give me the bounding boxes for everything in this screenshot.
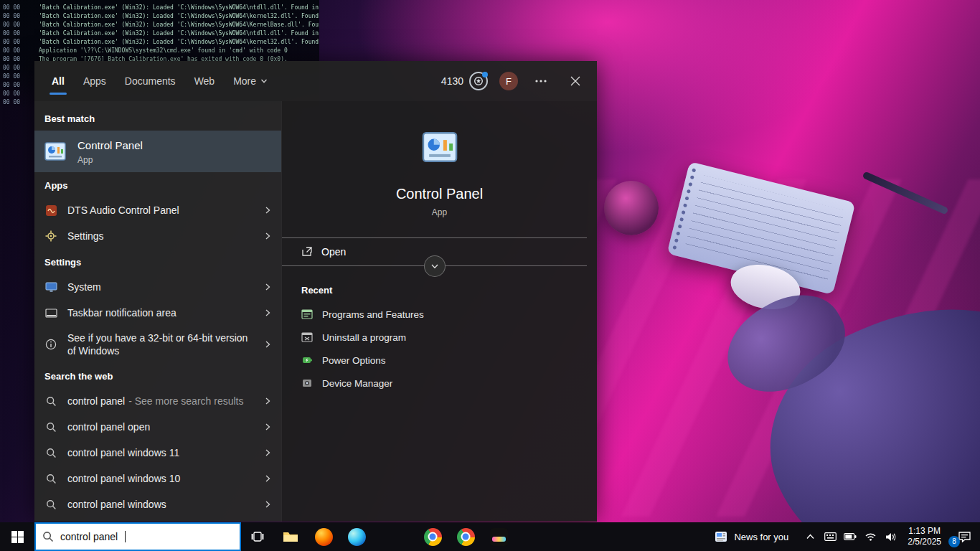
web-suggestion-control-panel-windows[interactable]: control panel windows xyxy=(34,491,281,517)
search-query-text: control panel xyxy=(60,531,118,542)
preview-divider xyxy=(282,265,587,266)
recent-label: Uninstall a program xyxy=(322,332,406,343)
tab-apps[interactable]: Apps xyxy=(83,61,106,101)
search-icon xyxy=(44,395,57,408)
chevron-right-icon[interactable] xyxy=(264,232,273,240)
taskbar: control panel xyxy=(0,522,980,551)
search-icon xyxy=(44,472,57,485)
date-text: 2/5/2025 xyxy=(908,537,941,547)
touch-keyboard-icon[interactable] xyxy=(820,522,840,551)
tab-label: All xyxy=(52,75,65,87)
web-suggestion-control-panel[interactable]: control panel- See more search results xyxy=(34,388,281,414)
tab-all[interactable]: All xyxy=(52,61,65,101)
search-icon xyxy=(44,420,57,433)
browser-firefox-button[interactable] xyxy=(307,522,340,551)
tab-label: Documents xyxy=(125,75,176,87)
avatar-letter: F xyxy=(506,76,512,87)
code-line: 'Batch Calibration.exe' (Win32): Loaded … xyxy=(39,38,315,47)
chevron-right-icon[interactable] xyxy=(264,448,273,457)
clock[interactable]: 1:13 PM 2/5/2025 xyxy=(900,526,948,547)
edge-icon xyxy=(348,528,366,546)
code-line: Application '\??\C:\WINDOWS\system32\cmd… xyxy=(39,47,315,55)
action-center-button[interactable]: 8 xyxy=(948,532,980,542)
task-view-button[interactable] xyxy=(241,522,274,551)
web-suggestion-control-panel-windows-10[interactable]: control panel windows 10 xyxy=(34,466,281,491)
media-app-button[interactable] xyxy=(482,522,515,551)
chevron-right-icon[interactable] xyxy=(264,309,273,317)
show-hidden-icons-button[interactable] xyxy=(800,522,820,551)
taskbar-center-icons xyxy=(416,522,515,551)
search-tabs-row: All Apps Documents Web More 4130 xyxy=(34,61,597,101)
chevron-right-icon[interactable] xyxy=(264,206,273,215)
open-label: Open xyxy=(321,246,346,258)
uninstall-program-icon xyxy=(301,331,313,343)
options-ellipsis-icon[interactable] xyxy=(529,70,552,93)
result-label: control panel windows 10 xyxy=(67,472,254,485)
recent-uninstall-a-program[interactable]: Uninstall a program xyxy=(301,326,597,349)
result-32-64-bit-windows[interactable]: See if you have a 32-bit or 64-bit versi… xyxy=(34,326,281,363)
recent-power-options[interactable]: Power Options xyxy=(301,349,597,372)
chrome-icon xyxy=(424,528,442,546)
news-label: News for you xyxy=(734,532,788,542)
best-match-control-panel[interactable]: Control Panel App xyxy=(34,131,281,172)
result-dts-audio-control-panel[interactable]: DTS Audio Control Panel xyxy=(34,197,281,223)
rewards-points: 4130 xyxy=(441,75,463,87)
result-settings-app[interactable]: Settings xyxy=(34,223,281,249)
recent-device-manager[interactable]: Device Manager xyxy=(301,372,597,395)
search-header-actions: 4130 F xyxy=(441,70,587,93)
control-panel-icon xyxy=(43,139,67,164)
expand-actions-button[interactable] xyxy=(424,255,446,277)
wallpaper-cup xyxy=(604,181,659,235)
chevron-right-icon[interactable] xyxy=(264,500,273,509)
result-label: See if you have a 32-bit or 64-bit versi… xyxy=(67,331,254,357)
browser-edge-button[interactable] xyxy=(340,522,373,551)
power-options-icon xyxy=(301,354,313,366)
monitor-icon xyxy=(44,281,57,293)
close-icon[interactable] xyxy=(564,70,587,93)
result-label: control panel windows 11 xyxy=(67,446,254,459)
notification-badge: 8 xyxy=(948,536,960,547)
result-suffix: - See more search results xyxy=(128,395,243,407)
open-icon xyxy=(301,246,313,258)
open-action[interactable]: Open xyxy=(282,238,346,265)
web-suggestion-control-panel-open[interactable]: control panel open xyxy=(34,414,281,440)
result-system-settings[interactable]: System xyxy=(34,274,281,300)
preview-subtitle: App xyxy=(432,207,447,217)
control-panel-icon-large xyxy=(420,127,460,167)
start-button[interactable] xyxy=(0,522,34,551)
result-label: control panel windows xyxy=(67,498,254,511)
browser-chrome-button[interactable] xyxy=(416,522,449,551)
chevron-right-icon[interactable] xyxy=(264,340,273,349)
code-line: 'Batch Calibration.exe' (Win32): Loaded … xyxy=(39,4,315,12)
result-label: Settings xyxy=(67,230,254,242)
taskbar-search-input[interactable]: control panel xyxy=(34,522,241,551)
chevron-right-icon[interactable] xyxy=(264,283,273,291)
tab-documents[interactable]: Documents xyxy=(125,61,176,101)
tab-more[interactable]: More xyxy=(233,61,268,101)
tab-label: Apps xyxy=(83,75,106,87)
chrome-icon xyxy=(457,528,475,546)
volume-icon[interactable] xyxy=(880,522,900,551)
rewards-notification-dot xyxy=(482,72,488,77)
web-suggestion-control-panel-windows-11[interactable]: control panel windows 11 xyxy=(34,440,281,466)
preview-title: Control Panel xyxy=(396,186,483,202)
file-explorer-button[interactable] xyxy=(274,522,307,551)
search-icon xyxy=(44,498,57,511)
news-widget-button[interactable]: News for you xyxy=(703,522,800,551)
chevron-right-icon[interactable] xyxy=(264,474,273,483)
battery-icon[interactable] xyxy=(840,522,860,551)
account-avatar[interactable]: F xyxy=(499,72,518,90)
recent-label: Programs and Features xyxy=(322,309,424,320)
network-icon[interactable] xyxy=(860,522,880,551)
recent-programs-and-features[interactable]: Programs and Features xyxy=(301,303,597,326)
windows-logo-icon xyxy=(11,531,24,543)
result-taskbar-notification-area[interactable]: Taskbar notification area xyxy=(34,300,281,326)
code-line: 'Batch Calibration.exe' (Win32): Loaded … xyxy=(39,21,315,29)
tab-web[interactable]: Web xyxy=(194,61,215,101)
chevron-right-icon[interactable] xyxy=(264,397,273,405)
chevron-right-icon[interactable] xyxy=(264,423,273,431)
task-view-icon xyxy=(251,531,264,542)
browser-chrome-button-2[interactable] xyxy=(449,522,482,551)
tab-label: Web xyxy=(194,75,215,87)
rewards-counter[interactable]: 4130 xyxy=(441,72,488,90)
